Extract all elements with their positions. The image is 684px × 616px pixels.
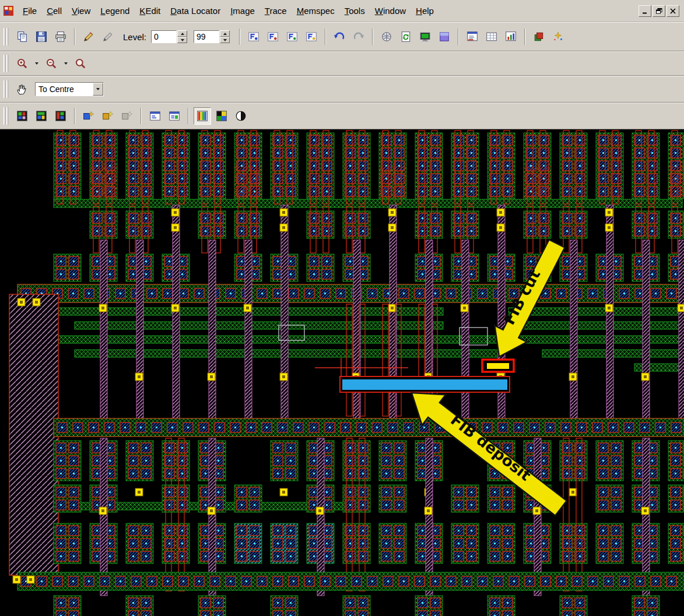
level-to-down-button[interactable]: [220, 37, 230, 43]
level-from-up-button[interactable]: [177, 30, 187, 37]
spark-blue-button[interactable]: [80, 107, 97, 125]
window-view-2-button[interactable]: [166, 107, 183, 125]
data-table-icon: [486, 31, 497, 43]
menu-tools[interactable]: Tools: [340, 3, 370, 18]
menu-cell[interactable]: Cell: [42, 3, 66, 18]
menu-help[interactable]: Help: [411, 3, 439, 18]
layout-canvas[interactable]: FIB cutFIB deposit: [0, 129, 684, 616]
pencil-check-button[interactable]: [80, 28, 97, 45]
level-from-input[interactable]: [151, 30, 177, 43]
save-icon: [36, 31, 47, 43]
copy-icon: [16, 31, 28, 43]
toolbar-separator: [524, 29, 525, 45]
menu-file[interactable]: File: [18, 3, 41, 18]
minimize-button[interactable]: [639, 5, 651, 17]
spark-gold-button[interactable]: [99, 107, 117, 125]
menu-view[interactable]: View: [67, 3, 95, 18]
restore-button[interactable]: [653, 5, 665, 17]
sparkle-button[interactable]: [549, 28, 567, 45]
chevron-up-icon: [181, 33, 184, 35]
trace-probe-1-button[interactable]: [245, 28, 262, 45]
toolbar-grip[interactable]: [3, 28, 8, 45]
zoom-in-options-button[interactable]: [33, 56, 41, 71]
toolbar-grip[interactable]: [3, 107, 8, 125]
layer-spectrum-icon: [197, 110, 208, 122]
cell-mosaic-3-button[interactable]: [52, 107, 69, 125]
window-controls: [639, 5, 681, 17]
toolbar-grip[interactable]: [3, 80, 8, 98]
zoom-in-button[interactable]: [13, 55, 31, 72]
pan-hand-button[interactable]: [13, 80, 31, 98]
redo-button[interactable]: [350, 28, 367, 45]
pan-toolbar: To Centre: [0, 76, 684, 103]
menu-trace[interactable]: Trace: [260, 3, 292, 18]
undo-icon: [334, 31, 345, 43]
menu-image[interactable]: Image: [226, 3, 259, 18]
trace-probe-3-icon: [286, 31, 298, 43]
pan-mode-value: To Centre: [36, 85, 93, 94]
globe-button[interactable]: [378, 28, 395, 45]
chevron-down-icon: [35, 62, 38, 65]
trace-probe-2-button[interactable]: [264, 28, 282, 45]
pencil-button[interactable]: [99, 28, 117, 45]
minimize-icon: [642, 8, 648, 14]
data-table-button[interactable]: [483, 28, 500, 45]
menu-legend[interactable]: Legend: [96, 3, 134, 18]
spark-disabled-icon: [121, 110, 133, 122]
trace-probe-4-button[interactable]: [303, 28, 320, 45]
toolbar-separator: [188, 108, 189, 124]
quadrant-palette-button[interactable]: [213, 107, 230, 125]
copy-button[interactable]: [13, 28, 31, 45]
menu-memspec[interactable]: Memspec: [292, 3, 339, 18]
contrast-button[interactable]: [232, 107, 250, 125]
zoom-find-button[interactable]: [72, 55, 89, 72]
level-to-up-button[interactable]: [220, 30, 230, 37]
zoom-out-options-button[interactable]: [62, 56, 70, 71]
spark-gold-icon: [102, 110, 114, 122]
screen-button[interactable]: [416, 28, 434, 45]
report-window-icon: [466, 31, 478, 43]
color-swatch-icon: [439, 31, 450, 43]
layer-spectrum-button[interactable]: [194, 107, 211, 125]
print-button[interactable]: [52, 28, 69, 45]
level-from-down-button[interactable]: [177, 37, 187, 43]
layers-button[interactable]: [530, 28, 548, 45]
pan-mode-select[interactable]: To Centre: [35, 82, 104, 96]
menu-data-locator[interactable]: Data Locator: [166, 3, 225, 18]
trace-probe-2-icon: [267, 31, 279, 43]
zoom-toolbar: [0, 51, 684, 76]
layers-icon: [533, 31, 545, 43]
level-label: Level:: [123, 32, 146, 42]
trace-probe-3-button[interactable]: [283, 28, 301, 45]
quadrant-palette-icon: [216, 110, 227, 122]
cell-mosaic-1-button[interactable]: [13, 107, 31, 125]
bar-chart-window-button[interactable]: [502, 28, 520, 45]
zoom-in-icon: [16, 58, 28, 69]
level-to-input[interactable]: [194, 30, 219, 43]
menu-window[interactable]: Window: [370, 3, 411, 18]
undo-button[interactable]: [331, 28, 348, 45]
bar-chart-window-icon: [505, 31, 517, 43]
cell-mosaic-2-button[interactable]: [33, 107, 50, 125]
spark-blue-icon: [83, 110, 94, 122]
close-button[interactable]: [667, 5, 679, 17]
zoom-out-button[interactable]: [43, 55, 60, 72]
refresh-page-button[interactable]: [397, 28, 415, 45]
chip-layout[interactable]: FIB cutFIB deposit: [0, 129, 684, 616]
app-icon: [3, 6, 14, 16]
pencil-icon: [102, 31, 114, 43]
menu-kedit[interactable]: KEdit: [135, 3, 165, 18]
window-view-1-button[interactable]: [146, 107, 164, 125]
report-window-button[interactable]: [464, 28, 481, 45]
zoom-find-icon: [75, 58, 86, 69]
toolbar-separator: [141, 108, 142, 124]
spark-disabled-button[interactable]: [118, 107, 136, 125]
pan-mode-dropdown-button[interactable]: [93, 83, 103, 96]
save-button[interactable]: [33, 28, 50, 45]
toolbar-separator: [239, 29, 240, 45]
color-swatch-button[interactable]: [436, 28, 453, 45]
level-from-spinner: [151, 30, 187, 43]
restore-icon: [656, 8, 662, 14]
trace-probe-4-icon: [306, 31, 317, 43]
toolbar-grip[interactable]: [3, 55, 8, 72]
